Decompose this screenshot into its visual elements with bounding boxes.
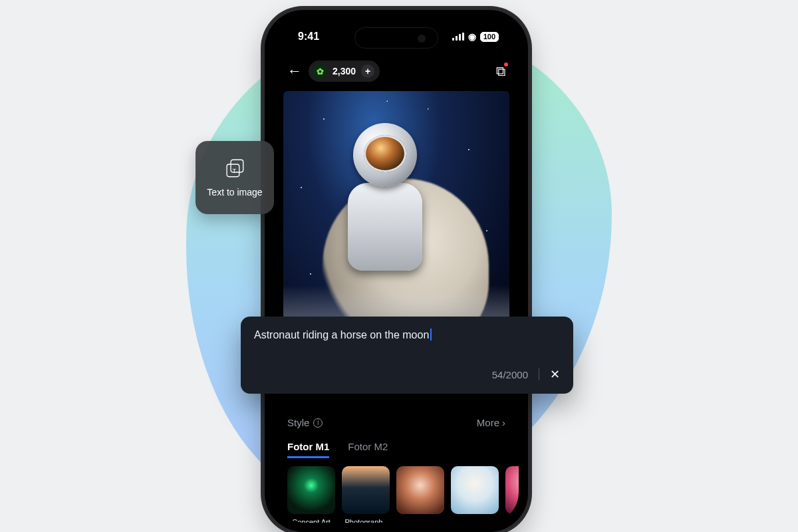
tab-fotor-m2[interactable]: Fotor M2	[348, 437, 388, 458]
clear-prompt-button[interactable]: ✕	[550, 367, 560, 382]
thumb-image	[451, 466, 499, 514]
tab-fotor-m1[interactable]: Fotor M1	[287, 437, 329, 458]
thumb-label: Photograph..	[342, 518, 390, 523]
style-more-button[interactable]: More ›	[477, 417, 505, 428]
style-section-header: Style i More ›	[287, 417, 505, 428]
style-thumb-5[interactable]	[505, 466, 519, 523]
prompt-panel: Astronaut riding a horse on the moon 54/…	[241, 317, 573, 394]
svg-text:T: T	[233, 168, 237, 174]
credits-pill[interactable]: ✿ 2,300 +	[309, 61, 380, 82]
prompt-footer: 54/2000 ✕	[254, 367, 560, 382]
style-thumb-concept-art[interactable]: Concept Art	[287, 466, 335, 523]
battery-pill: 100	[480, 32, 499, 42]
generated-image-preview[interactable]	[283, 91, 509, 345]
dynamic-island	[354, 27, 438, 49]
char-counter: 54/2000	[492, 369, 528, 380]
thumb-label: Concept Art	[287, 518, 335, 523]
text-cursor	[430, 329, 432, 340]
style-thumb-photograph[interactable]: Photograph..	[342, 466, 390, 523]
more-label: More	[477, 417, 499, 428]
notification-dot	[504, 63, 508, 66]
status-time: 9:41	[298, 31, 319, 43]
thumb-image	[287, 466, 335, 514]
style-thumb-3[interactable]	[396, 466, 444, 523]
thumb-image	[342, 466, 390, 514]
style-thumb-4[interactable]	[451, 466, 499, 523]
style-tabs: Fotor M1 Fotor M2	[287, 437, 505, 458]
text-to-image-badge[interactable]: T Text to image	[196, 141, 274, 214]
add-credits-button[interactable]: +	[361, 65, 374, 78]
back-button[interactable]: ←	[287, 63, 302, 80]
wifi-icon: ◉	[468, 31, 476, 42]
info-icon[interactable]: i	[313, 418, 323, 428]
chevron-right-icon: ›	[502, 417, 505, 428]
leaf-icon: ✿	[313, 64, 327, 78]
divider	[539, 368, 539, 380]
phone-frame: 9:41 ◉ 100 ← ✿ 2,300 + ⧉	[265, 10, 528, 532]
text-to-image-icon: T	[223, 158, 246, 179]
style-label: Style	[287, 417, 309, 428]
credits-value: 2,300	[332, 66, 356, 76]
thumb-image	[396, 466, 444, 514]
astronaut-figure	[329, 123, 442, 289]
badge-label: Text to image	[207, 187, 262, 198]
aspect-ratio-button[interactable]: ⧉	[496, 64, 505, 79]
app-header: ← ✿ 2,300 + ⧉	[274, 57, 519, 86]
thumb-image	[505, 466, 519, 514]
prompt-text-value: Astronaut riding a horse on the moon	[254, 329, 429, 340]
phone-screen: 9:41 ◉ 100 ← ✿ 2,300 + ⧉	[274, 19, 519, 523]
prompt-input[interactable]: Astronaut riding a horse on the moon	[254, 329, 560, 341]
style-thumbnails: Concept Art Photograph..	[287, 466, 519, 523]
cellular-icon	[452, 33, 464, 41]
